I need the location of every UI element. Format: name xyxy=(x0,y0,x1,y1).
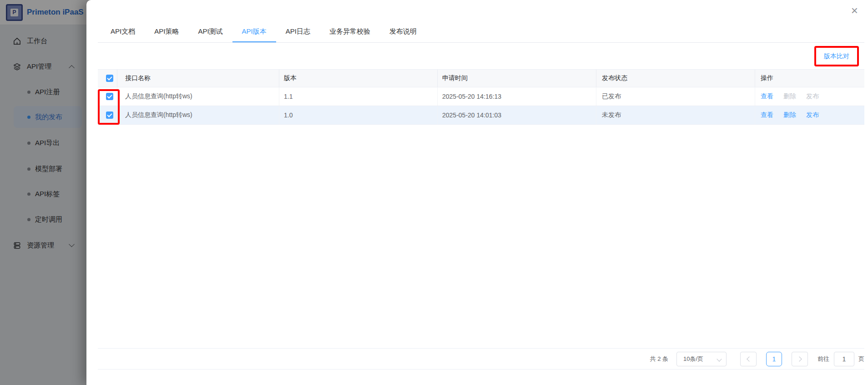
version-cell: 1.1 xyxy=(279,87,438,106)
tab-api-test[interactable]: API测试 xyxy=(188,20,232,42)
tab-business-exception-check[interactable]: 业务异常校验 xyxy=(320,20,380,42)
page-size-value: 10条/页 xyxy=(683,355,703,363)
api-name-cell: 人员信息查询(http转ws) xyxy=(117,87,279,106)
status-cell: 已发布 xyxy=(596,87,755,106)
api-detail-drawer: × API文档 API策略 API测试 API版本 API日志 业务异常校验 发… xyxy=(86,0,868,385)
row-checkbox[interactable] xyxy=(106,93,113,100)
version-cell: 1.0 xyxy=(279,106,438,124)
tab-api-log[interactable]: API日志 xyxy=(276,20,320,42)
select-all-checkbox[interactable] xyxy=(106,75,113,82)
toolbar-row: 版本比对 xyxy=(98,43,864,69)
chevron-left-icon xyxy=(747,356,752,361)
view-link[interactable]: 查看 xyxy=(761,111,773,119)
chevron-down-icon xyxy=(717,356,722,361)
tab-publish-notes[interactable]: 发布说明 xyxy=(380,20,426,42)
row-checkbox[interactable] xyxy=(106,111,113,119)
column-header-apply-time: 申请时间 xyxy=(438,70,596,87)
page-unit-label: 页 xyxy=(858,355,864,363)
next-page-button xyxy=(792,352,808,366)
delete-link: 删除 xyxy=(783,92,796,101)
apply-time-cell: 2025-05-20 14:01:03 xyxy=(438,106,596,124)
prev-page-button xyxy=(740,352,757,366)
total-count-label: 共 2 条 xyxy=(650,355,668,363)
goto-page-input[interactable] xyxy=(834,352,854,366)
pagination-bar: 共 2 条 10条/页 1 前往 页 xyxy=(98,348,864,370)
table-row: 人员信息查询(http转ws) 1.0 2025-05-20 14:01:03 … xyxy=(98,106,864,125)
page-number-button[interactable]: 1 xyxy=(766,352,782,366)
tab-api-version[interactable]: API版本 xyxy=(232,20,276,42)
publish-link: 发布 xyxy=(806,92,819,101)
tab-api-policy[interactable]: API策略 xyxy=(145,20,188,42)
apply-time-cell: 2025-05-20 14:16:13 xyxy=(438,87,596,106)
column-header-version: 版本 xyxy=(279,70,438,87)
api-version-table: 接口名称 版本 申请时间 发布状态 操作 人员信息查询(http转ws) 1.1… xyxy=(98,69,864,125)
close-icon[interactable]: × xyxy=(851,5,858,16)
table-row: 人员信息查询(http转ws) 1.1 2025-05-20 14:16:13 … xyxy=(98,87,864,106)
goto-label: 前往 xyxy=(818,355,829,363)
view-link[interactable]: 查看 xyxy=(761,92,773,101)
column-header-status: 发布状态 xyxy=(596,70,755,87)
page-size-select[interactable]: 10条/页 xyxy=(676,352,727,366)
tab-api-doc[interactable]: API文档 xyxy=(101,20,145,42)
status-cell: 未发布 xyxy=(596,106,755,124)
column-header-actions: 操作 xyxy=(755,70,864,87)
delete-link[interactable]: 删除 xyxy=(783,111,796,119)
screen: P Primeton iPaaS 工作台 API管理 API注册 xyxy=(0,0,868,385)
chevron-right-icon xyxy=(797,356,802,361)
tab-bar: API文档 API策略 API测试 API版本 API日志 业务异常校验 发布说… xyxy=(98,0,864,43)
api-name-cell: 人员信息查询(http转ws) xyxy=(117,106,279,124)
column-header-name: 接口名称 xyxy=(117,70,279,87)
version-compare-button[interactable]: 版本比对 xyxy=(824,52,849,60)
table-header-row: 接口名称 版本 申请时间 发布状态 操作 xyxy=(98,69,864,87)
annotation-box-version-compare: 版本比对 xyxy=(814,46,859,66)
publish-link[interactable]: 发布 xyxy=(806,111,819,119)
